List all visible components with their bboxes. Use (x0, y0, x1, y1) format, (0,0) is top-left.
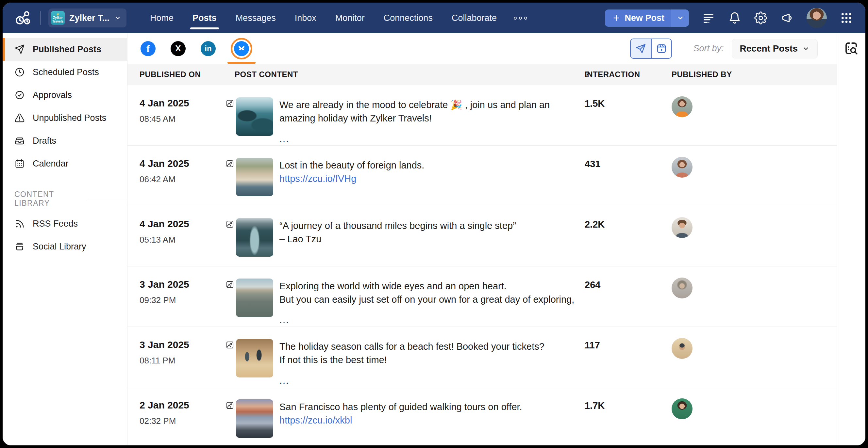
post-content[interactable]: “A journey of a thousand miles begins wi… (279, 206, 585, 257)
new-post-button[interactable]: New Post (605, 9, 689, 27)
sidebar-item-label: Approvals (33, 90, 72, 100)
post-text-line: Exploring the world with wide eyes and a… (279, 279, 585, 293)
post-thumbnail[interactable] (236, 279, 273, 317)
media-type-cell (225, 85, 236, 146)
sidebar-item-calendar[interactable]: Calendar (3, 152, 127, 175)
nav-monitor[interactable]: Monitor (335, 3, 365, 33)
post-date: 4 Jan 2025 (140, 98, 225, 109)
published-on-cell: 3 Jan 2025 08:11 PM (140, 327, 225, 387)
zoho-social-logo-icon[interactable] (14, 9, 32, 27)
topbar-divider (40, 11, 40, 25)
post-truncation-ellipsis[interactable]: ... (279, 374, 585, 387)
settings-gear-icon[interactable] (754, 11, 767, 25)
sidebar-item-rss-feeds[interactable]: RSS Feeds (3, 212, 127, 235)
nav-more-icon[interactable] (514, 16, 527, 20)
published-on-cell: 3 Jan 2025 09:32 PM (140, 267, 225, 327)
post-row[interactable]: 4 Jan 2025 06:42 AM Lost in the beauty o… (127, 146, 837, 206)
post-date: 4 Jan 2025 (140, 218, 225, 230)
post-time: 06:42 AM (140, 174, 225, 184)
post-thumbnail[interactable] (236, 218, 273, 257)
post-thumbnail[interactable] (236, 399, 273, 438)
image-icon (225, 99, 234, 108)
post-content[interactable]: We are already in the mood to celebrate … (279, 85, 585, 146)
post-row[interactable]: 3 Jan 2025 09:32 PM Exploring the world … (127, 267, 837, 327)
announcement-megaphone-icon[interactable] (780, 11, 794, 25)
nav-posts[interactable]: Posts (192, 3, 217, 33)
posts-sidebar: Published Posts Scheduled Posts Approval… (3, 33, 127, 445)
publisher-avatar[interactable] (672, 217, 692, 238)
post-truncation-ellipsis[interactable]: ... (279, 132, 585, 146)
network-filter-tabs: f X in (141, 33, 252, 64)
post-thumbnail[interactable] (236, 97, 273, 136)
post-text-line: But you can easily just set off on your … (279, 293, 585, 306)
post-search-icon[interactable] (843, 40, 859, 56)
tab-facebook[interactable]: f (141, 33, 156, 64)
facebook-icon: f (147, 43, 150, 54)
nav-home[interactable]: Home (150, 3, 174, 33)
post-text-line: The holiday season calls for a beach fes… (279, 340, 585, 353)
image-icon (225, 159, 234, 168)
interaction-help-icon[interactable]: ? (585, 70, 590, 79)
interaction-count: 264 (585, 267, 672, 327)
published-on-cell: 4 Jan 2025 06:42 AM (140, 146, 225, 196)
sidebar-item-approvals[interactable]: Approvals (3, 83, 127, 106)
sidebar-item-scheduled-posts[interactable]: Scheduled Posts (3, 61, 127, 83)
publisher-avatar[interactable] (672, 338, 692, 359)
post-time: 05:13 AM (140, 235, 225, 245)
brand-selector[interactable]: ☀ Zylker Travels Zylker T... (49, 8, 126, 27)
sidebar-item-published-posts[interactable]: Published Posts (3, 38, 127, 61)
sidebar-item-unpublished-posts[interactable]: Unpublished Posts (3, 106, 127, 129)
post-thumbnail[interactable] (236, 158, 273, 196)
published-by-cell (672, 146, 837, 196)
bluesky-butterfly-icon (237, 44, 246, 53)
publisher-avatar[interactable] (672, 96, 692, 117)
tab-bluesky[interactable] (231, 33, 252, 64)
post-content[interactable]: The holiday season calls for a beach fes… (279, 327, 585, 387)
published-on-cell: 2 Jan 2025 02:32 PM (140, 387, 225, 438)
sidebar-item-drafts[interactable]: Drafts (3, 129, 127, 152)
thumbnail-cell (236, 387, 279, 438)
rss-icon (14, 218, 25, 229)
published-posts-main: f X in (127, 33, 837, 445)
posts-table-body: 4 Jan 2025 08:45 AM We are already in th… (127, 85, 837, 445)
sidebar-item-label: Calendar (33, 159, 69, 169)
post-row[interactable]: 3 Jan 2025 08:11 PM The holiday season c… (127, 327, 837, 387)
menu-lines-icon[interactable] (702, 11, 715, 25)
publisher-avatar[interactable] (672, 278, 692, 299)
post-row[interactable]: 4 Jan 2025 08:45 AM We are already in th… (127, 85, 837, 146)
user-avatar[interactable] (807, 8, 827, 28)
post-text-line: Lost in the beauty of foreign lands. (279, 159, 585, 172)
tab-x-twitter[interactable]: X (170, 33, 186, 64)
post-content[interactable]: San Francisco has plenty of guided walki… (279, 387, 585, 438)
nav-inbox[interactable]: Inbox (295, 3, 316, 33)
apps-grid-icon[interactable] (840, 11, 853, 25)
interaction-count: 431 (585, 146, 672, 196)
notification-bell-icon[interactable] (728, 11, 741, 25)
sort-dropdown-value: Recent Posts (740, 43, 798, 54)
new-post-dropdown-button[interactable] (672, 9, 689, 27)
nav-messages[interactable]: Messages (236, 3, 276, 33)
sort-dropdown[interactable]: Recent Posts (732, 39, 818, 59)
post-content[interactable]: Exploring the world with wide eyes and a… (279, 267, 585, 327)
nav-collaborate[interactable]: Collaborate (452, 3, 497, 33)
post-thumbnail[interactable] (236, 339, 273, 377)
post-text-line: “A journey of a thousand miles begins wi… (279, 219, 585, 233)
post-content[interactable]: Lost in the beauty of foreign lands.http… (279, 146, 585, 196)
right-rail (837, 33, 865, 445)
post-link[interactable]: https://zcu.io/xkbl (279, 414, 585, 427)
post-link[interactable]: https://zcu.io/fVHg (279, 172, 585, 185)
posts-view-toggle[interactable] (631, 39, 651, 58)
nav-connections[interactable]: Connections (384, 3, 433, 33)
publisher-avatar[interactable] (672, 399, 692, 419)
post-row[interactable]: 2 Jan 2025 02:32 PM San Francisco has pl… (127, 387, 837, 445)
post-truncation-ellipsis[interactable]: ... (279, 313, 585, 327)
media-type-cell (225, 146, 236, 196)
image-icon (225, 280, 234, 289)
sidebar-item-social-library[interactable]: Social Library (3, 235, 127, 258)
post-row[interactable]: 4 Jan 2025 05:13 AM “A journey of a thou… (127, 206, 837, 267)
reels-view-toggle[interactable] (651, 39, 671, 58)
sidebar-item-label: Drafts (33, 136, 56, 146)
publisher-avatar[interactable] (672, 157, 692, 178)
post-date: 3 Jan 2025 (140, 339, 225, 350)
tab-linkedin[interactable]: in (201, 33, 216, 64)
